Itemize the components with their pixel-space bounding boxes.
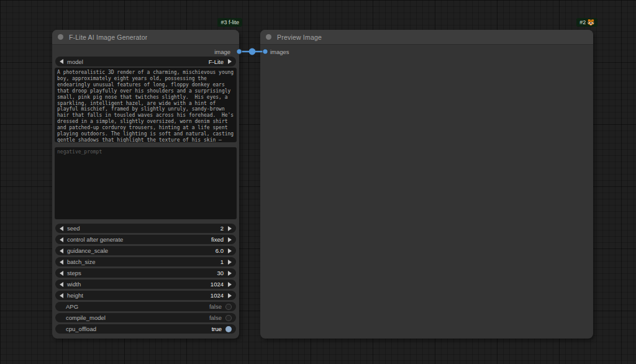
decrement-arrow-icon[interactable]	[60, 248, 63, 253]
decrement-arrow-icon[interactable]	[60, 271, 63, 276]
widget-label: guidance_scale	[67, 247, 108, 254]
output-slot-image[interactable]: image	[214, 47, 230, 56]
node-titlebar[interactable]: F-Lite AI Image Generator	[52, 30, 239, 45]
widget-label: height	[67, 292, 83, 299]
toggle-knob-icon[interactable]	[225, 315, 232, 321]
next-value-arrow-icon[interactable]	[228, 237, 232, 242]
widget-value: 1024	[211, 281, 224, 288]
prev-value-arrow-icon[interactable]	[60, 59, 63, 64]
increment-arrow-icon[interactable]	[228, 293, 232, 298]
widget-value: true	[212, 325, 222, 332]
input-slot-images[interactable]: images	[270, 47, 289, 56]
collapse-dot-icon[interactable]	[58, 34, 63, 40]
widget-guidance-scale[interactable]: guidance_scale 6.0	[55, 246, 236, 255]
node-f-lite-generator[interactable]: F-Lite AI Image Generator image model F-…	[52, 30, 239, 339]
link-midpoint-dot-icon[interactable]	[249, 48, 256, 55]
input-slot-label: images	[270, 48, 289, 55]
node-editor-canvas[interactable]: #3 f-lite #2 🐯 F-Lite AI Image Generator…	[0, 0, 636, 364]
widget-label: model	[67, 58, 83, 65]
increment-arrow-icon[interactable]	[228, 226, 232, 231]
increment-arrow-icon[interactable]	[228, 282, 232, 287]
collapse-dot-icon[interactable]	[266, 34, 271, 40]
badge-number: #2	[579, 19, 586, 25]
next-value-arrow-icon[interactable]	[228, 59, 232, 64]
widget-cpu-offload-toggle[interactable]: cpu_offload true	[55, 324, 236, 334]
widget-value: F-Lite	[209, 58, 224, 65]
node-title: Preview Image	[277, 34, 322, 41]
widget-apg-toggle[interactable]: APG false	[55, 302, 236, 311]
widget-label: width	[67, 281, 81, 288]
widget-value: 2	[220, 225, 224, 232]
widget-compile-model-toggle[interactable]: compile_model false	[55, 313, 236, 322]
decrement-arrow-icon[interactable]	[60, 226, 63, 231]
prompt-textarea[interactable]: A photorealistic 3D render of a charming…	[55, 68, 237, 142]
widget-value: 1	[220, 258, 224, 265]
output-slot-label: image	[214, 48, 230, 55]
widget-height[interactable]: height 1024	[55, 291, 236, 300]
decrement-arrow-icon[interactable]	[60, 282, 63, 287]
prev-value-arrow-icon[interactable]	[60, 237, 63, 242]
widget-value: 1024	[211, 292, 224, 299]
toggle-knob-icon[interactable]	[225, 304, 232, 310]
decrement-arrow-icon[interactable]	[60, 260, 63, 265]
widget-value: 30	[217, 270, 224, 276]
widget-label: APG	[66, 303, 78, 310]
tiger-emoji-icon: 🐯	[588, 19, 594, 25]
widget-value: 6.0	[216, 247, 224, 254]
widget-label: control after generate	[67, 236, 123, 243]
widget-label: seed	[67, 225, 80, 232]
widget-value: false	[209, 314, 222, 321]
toggle-knob-icon[interactable]	[225, 326, 232, 332]
widget-value: fixed	[211, 236, 224, 243]
node-badge-preview: #2 🐯	[576, 18, 597, 27]
widget-batch-size[interactable]: batch_size 1	[55, 257, 236, 266]
widget-model[interactable]: model F-Lite	[55, 57, 236, 66]
increment-arrow-icon[interactable]	[228, 248, 232, 253]
widget-width[interactable]: width 1024	[55, 280, 236, 289]
widget-label: steps	[67, 270, 81, 276]
widget-label: compile_model	[66, 314, 106, 321]
widget-seed[interactable]: seed 2	[55, 224, 236, 233]
node-badge-f-lite: #3 f-lite	[217, 18, 242, 27]
node-title: F-Lite AI Image Generator	[69, 34, 147, 41]
increment-arrow-icon[interactable]	[228, 260, 232, 265]
decrement-arrow-icon[interactable]	[60, 293, 63, 298]
widget-steps[interactable]: steps 30	[55, 268, 236, 278]
node-preview-image[interactable]: Preview Image images	[260, 30, 593, 339]
widget-label: batch_size	[67, 258, 95, 265]
negative-prompt-textarea[interactable]	[55, 147, 237, 219]
increment-arrow-icon[interactable]	[228, 271, 232, 276]
widget-value: false	[209, 303, 222, 310]
widget-label: cpu_offload	[66, 325, 96, 332]
widget-control-after-generate[interactable]: control after generate fixed	[55, 235, 236, 244]
node-titlebar[interactable]: Preview Image	[260, 30, 593, 45]
